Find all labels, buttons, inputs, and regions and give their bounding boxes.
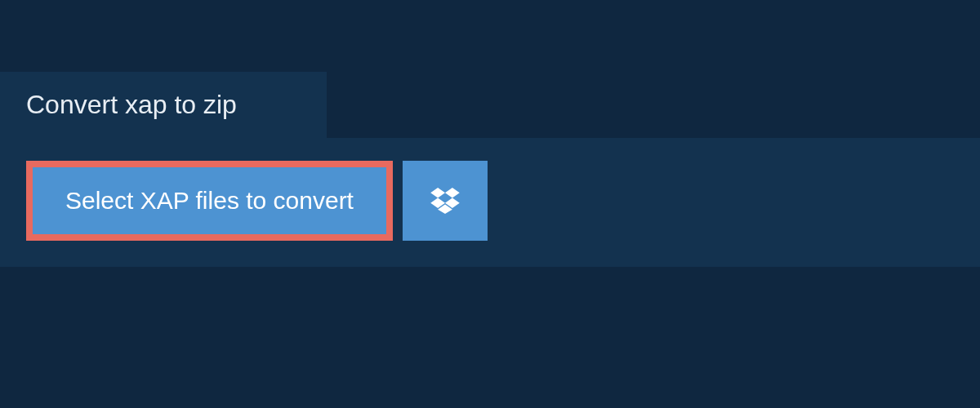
content-panel: Select XAP files to convert [0, 138, 980, 267]
tab-convert[interactable]: Convert xap to zip [0, 72, 327, 138]
select-files-button[interactable]: Select XAP files to convert [26, 161, 393, 241]
select-files-label: Select XAP files to convert [65, 187, 354, 215]
button-row: Select XAP files to convert [26, 161, 954, 241]
tab-region: Convert xap to zip Select XAP files to c… [0, 0, 980, 267]
dropbox-icon [430, 186, 460, 215]
dropbox-button[interactable] [403, 161, 488, 241]
tab-label: Convert xap to zip [26, 90, 237, 119]
